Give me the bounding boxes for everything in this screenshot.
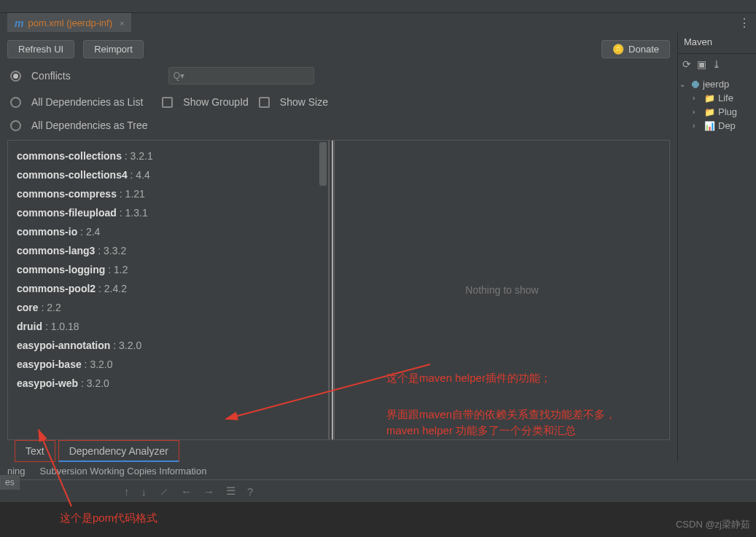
file-tab-label: pom.xml (jeerdp-inf) [28,17,112,28]
dependency-detail-empty: Nothing to show [335,141,669,439]
status-svn[interactable]: Subversion Working Copies Information [40,466,207,477]
radio-all-tree[interactable] [10,120,21,131]
dependency-area: commons-collections : 3.2.1commons-colle… [7,140,670,440]
radio-conflicts-label: Conflicts [31,70,71,82]
refresh-button[interactable]: Refresh UI [7,40,74,58]
annotation-4: 这个是pom代码格式 [60,510,157,526]
maven-tree-item[interactable]: ›📁Life [679,91,755,105]
dependency-item[interactable]: druid : 1.0.18 [17,317,319,336]
analyzer-toolbar: Refresh UI Reimport 🪙 Donate [0,36,677,61]
title-strip [0,0,756,13]
maven-download-icon[interactable]: ⤓ [712,58,721,70]
toolbar-icon-6[interactable]: ? [247,485,253,498]
dependency-item[interactable]: commons-collections : 3.2.1 [17,146,319,165]
maven-refresh-icon[interactable]: ⟳ [682,58,691,70]
dependency-item[interactable]: easypoi-annotation : 3.2.0 [17,336,319,355]
tab-options-icon[interactable]: ⋮ [739,16,750,30]
dependency-item[interactable]: commons-compress : 1.21 [17,184,319,203]
donate-icon: 🪙 [612,44,624,55]
search-icon: Q▾ [174,71,184,81]
toolbar-icon-1[interactable]: ↓ [141,485,147,498]
maven-title: Maven [678,32,756,54]
maven-tool-window: Maven ⟳ ▣ ⤓ ⌄🞧jeerdp›📁Life›📁Plug›📊Dep [678,32,756,462]
close-icon[interactable]: × [120,19,124,28]
maven-tree-item[interactable]: ⌄🞧jeerdp [679,77,755,91]
editor-sub-tabs: Text Dependency Analyzer [0,440,677,462]
toolbar-icon-4[interactable]: → [203,485,214,498]
checkbox-show-size-label: Show Size [280,96,328,108]
tab-dependency-analyzer[interactable]: Dependency Analyzer [58,440,179,462]
dependency-analyzer-pane: Refresh UI Reimport 🪙 Donate Conflicts Q… [0,32,678,462]
file-tab-pom[interactable]: m pom.xml (jeerdp-inf) × [7,13,131,32]
dependency-list[interactable]: commons-collections : 3.2.1commons-colle… [8,141,329,439]
lower-toolbar: ↑↓⟋←→☰? [0,480,756,502]
dependency-item[interactable]: easypoi-base : 3.2.0 [17,355,319,374]
maven-file-icon: m [15,17,23,29]
filter-row-3: All Dependencies as Tree [0,114,677,137]
donate-button[interactable]: 🪙 Donate [601,40,670,58]
radio-all-tree-label: All Dependencies as Tree [31,119,148,131]
maven-tree-item[interactable]: ›📊Dep [679,119,755,133]
radio-all-list-label: All Dependencies as List [31,96,143,108]
splitter-handle[interactable] [329,141,335,439]
radio-conflicts[interactable] [10,71,21,82]
maven-project-tree[interactable]: ⌄🞧jeerdp›📁Life›📁Plug›📊Dep [678,74,756,462]
reimport-button[interactable]: Reimport [83,40,144,58]
dependency-item[interactable]: easypoi-web : 3.2.0 [17,374,319,393]
filter-row-1: Conflicts Q▾ [0,61,677,90]
checkbox-show-groupid[interactable] [162,97,173,108]
tab-text[interactable]: Text [15,440,55,462]
toolbar-icon-0[interactable]: ↑ [124,485,130,498]
maven-tree-item[interactable]: ›📁Plug [679,105,755,119]
donate-label: Donate [628,44,659,55]
dependency-item[interactable]: commons-collections4 : 4.4 [17,165,319,184]
checkbox-show-size[interactable] [259,97,270,108]
search-input[interactable]: Q▾ [168,67,314,85]
dependency-item[interactable]: commons-lang3 : 3.3.2 [17,241,319,260]
radio-all-list[interactable] [10,97,21,108]
dependency-item[interactable]: commons-io : 2.4 [17,222,319,241]
toolbar-icon-3[interactable]: ← [181,485,192,498]
dependency-item[interactable]: commons-fileupload : 1.3.1 [17,203,319,222]
maven-generate-icon[interactable]: ▣ [697,58,706,70]
toolbar-icon-2[interactable]: ⟋ [158,485,169,498]
maven-toolbar: ⟳ ▣ ⤓ [678,54,756,74]
filter-row-2: All Dependencies as List Show GroupId Sh… [0,90,677,114]
dependency-item[interactable]: commons-logging : 1.2 [17,260,319,279]
left-gutter-label[interactable]: es [0,475,20,490]
watermark: CSDN @zj梁静茹 [676,518,750,531]
dependency-item[interactable]: commons-pool2 : 2.4.2 [17,279,319,298]
dependency-item[interactable]: core : 2.2 [17,298,319,317]
status-bar: ning Subversion Working Copies Informati… [0,462,756,479]
checkbox-show-groupid-label: Show GroupId [183,96,249,108]
toolbar-icon-5[interactable]: ☰ [226,485,235,498]
editor-tab-bar: m pom.xml (jeerdp-inf) × ⋮ [0,13,756,32]
scrollbar-thumb[interactable] [319,142,327,186]
